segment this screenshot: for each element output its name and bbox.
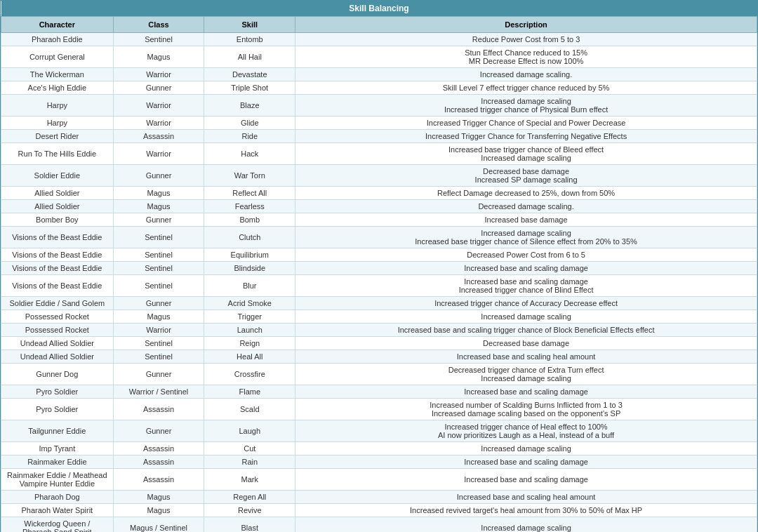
class-cell: Sentinel — [113, 337, 204, 350]
description-cell: Increased damage scaling — [295, 310, 757, 324]
class-cell: Magus — [113, 46, 204, 68]
table-row: HarpyWarriorBlazeIncreased damage scalin… — [1, 95, 757, 117]
table-row: Corrupt GeneralMagusAll HailStun Effect … — [1, 46, 757, 68]
table-row: Desert RiderAssassinRideIncreased Trigge… — [1, 130, 757, 143]
character-cell: Allied Soldier — [1, 200, 114, 213]
character-cell: Possessed Rocket — [1, 310, 114, 324]
character-cell: Visions of the Beast Eddie — [1, 275, 114, 297]
table-row: Ace's High EddieGunnerTriple ShotSkill L… — [1, 81, 757, 95]
table-row: Imp TyrantAssassinCutIncreased damage sc… — [1, 442, 757, 455]
table-row: Wickerdog Queen /Pharaoh Sand SpiritMagu… — [1, 517, 757, 533]
skill-cell: Cut — [204, 442, 295, 455]
column-header-class: Class — [113, 17, 204, 33]
class-cell: Magus — [113, 504, 204, 517]
description-cell: Decreased damage scaling. — [295, 200, 757, 213]
table-row: Pyro SoldierAssassinScaldIncreased numbe… — [1, 399, 757, 420]
skill-cell: Rain — [204, 455, 295, 469]
character-cell: Pharaoh Dog — [1, 491, 114, 504]
table-row: Rainmaker Eddie / MeatheadVampire Hunter… — [1, 469, 757, 491]
description-cell: Decreased base damage — [295, 337, 757, 350]
description-cell: Increased number of Scalding Burns Infli… — [295, 399, 757, 420]
class-cell: Magus — [113, 310, 204, 324]
character-cell: Visions of the Beast Eddie — [1, 262, 114, 275]
class-cell: Gunner — [113, 213, 204, 227]
table-row: Possessed RocketMagusTriggerIncreased da… — [1, 310, 757, 324]
description-cell: Increased trigger chance of Heal effect … — [295, 420, 757, 442]
skill-cell: Devastate — [204, 68, 295, 81]
description-cell: Decreased Power Cost from 6 to 5 — [295, 248, 757, 262]
skill-cell: Entomb — [204, 33, 295, 46]
description-cell: Increased revived target's heal amount f… — [295, 504, 757, 517]
class-cell: Assassin — [113, 399, 204, 420]
class-cell: Gunner — [113, 364, 204, 385]
skill-cell: Clutch — [204, 227, 295, 248]
character-cell: Visions of the Beast Eddie — [1, 248, 114, 262]
character-cell: Pharaoh Eddie — [1, 33, 114, 46]
skill-cell: Mark — [204, 469, 295, 491]
class-cell: Magus — [113, 491, 204, 504]
character-cell: Soldier Eddie / Sand Golem — [1, 297, 114, 310]
skill-cell: Ride — [204, 130, 295, 143]
character-cell: Harpy — [1, 95, 114, 117]
skill-cell: Hack — [204, 143, 295, 165]
description-cell: Increased base and scaling trigger chanc… — [295, 324, 757, 337]
character-cell: Pyro Soldier — [1, 385, 114, 399]
description-cell: Increased base and scaling damageIncreas… — [295, 275, 757, 297]
skill-cell: All Hail — [204, 46, 295, 68]
table-title: Skill Balancing — [1, 1, 757, 17]
table-row: The WickermanWarriorDevastateIncreased d… — [1, 68, 757, 81]
skill-cell: Blindside — [204, 262, 295, 275]
class-cell: Sentinel — [113, 248, 204, 262]
character-cell: Imp Tyrant — [1, 442, 114, 455]
description-cell: Increased base and scaling damage — [295, 262, 757, 275]
character-cell: Harpy — [1, 117, 114, 130]
description-cell: Increased damage scalingIncreased trigge… — [295, 95, 757, 117]
description-cell: Increased base damage — [295, 213, 757, 227]
class-cell: Assassin — [113, 130, 204, 143]
table-row: Soldier EddieGunnerWar TornDecreased bas… — [1, 165, 757, 187]
class-cell: Sentinel — [113, 275, 204, 297]
class-cell: Sentinel — [113, 262, 204, 275]
class-cell: Magus — [113, 187, 204, 200]
column-header-character: Character — [1, 17, 114, 33]
class-cell: Warrior — [113, 143, 204, 165]
skill-cell: Heal All — [204, 350, 295, 364]
table-row: Pyro SoldierWarrior / SentinelFlameIncre… — [1, 385, 757, 399]
description-cell: Increased base and scaling heal amount — [295, 491, 757, 504]
character-cell: Undead Allied Soldier — [1, 337, 114, 350]
description-cell: Increased Trigger Chance for Transferrin… — [295, 130, 757, 143]
character-cell: Tailgunner Eddie — [1, 420, 114, 442]
class-cell: Magus — [113, 200, 204, 213]
skill-cell: Revive — [204, 504, 295, 517]
skill-cell: Blast — [204, 517, 295, 533]
skill-cell: Regen All — [204, 491, 295, 504]
table-row: Bomber BoyGunnerBombIncreased base damag… — [1, 213, 757, 227]
character-cell: Pharaoh Water Spirit — [1, 504, 114, 517]
table-row: Tailgunner EddieGunnerLaughIncreased tri… — [1, 420, 757, 442]
description-cell: Increased damage scalingIncreased base t… — [295, 227, 757, 248]
table-row: Visions of the Beast EddieSentinelBlurIn… — [1, 275, 757, 297]
description-cell: Increased base trigger chance of Bleed e… — [295, 143, 757, 165]
class-cell: Sentinel — [113, 227, 204, 248]
description-cell: Increased damage scaling — [295, 517, 757, 533]
skill-cell: Bomb — [204, 213, 295, 227]
description-cell: Increased base and scaling damage — [295, 455, 757, 469]
class-cell: Magus / Sentinel — [113, 517, 204, 533]
class-cell: Warrior — [113, 68, 204, 81]
character-cell: Visions of the Beast Eddie — [1, 227, 114, 248]
description-cell: Increased trigger chance of Accuracy Dec… — [295, 297, 757, 310]
class-cell: Gunner — [113, 165, 204, 187]
column-header-skill: Skill — [204, 17, 295, 33]
character-cell: Soldier Eddie — [1, 165, 114, 187]
character-cell: Possessed Rocket — [1, 324, 114, 337]
class-cell: Gunner — [113, 81, 204, 95]
character-cell: Rainmaker Eddie — [1, 455, 114, 469]
skill-cell: Equilibrium — [204, 248, 295, 262]
table-row: Pharaoh EddieSentinelEntombReduce Power … — [1, 33, 757, 46]
skill-cell: Triple Shot — [204, 81, 295, 95]
skill-cell: Reign — [204, 337, 295, 350]
character-cell: Pyro Soldier — [1, 399, 114, 420]
table-row: Rainmaker EddieAssassinRainIncreased bas… — [1, 455, 757, 469]
class-cell: Gunner — [113, 420, 204, 442]
character-cell: Undead Allied Soldier — [1, 350, 114, 364]
